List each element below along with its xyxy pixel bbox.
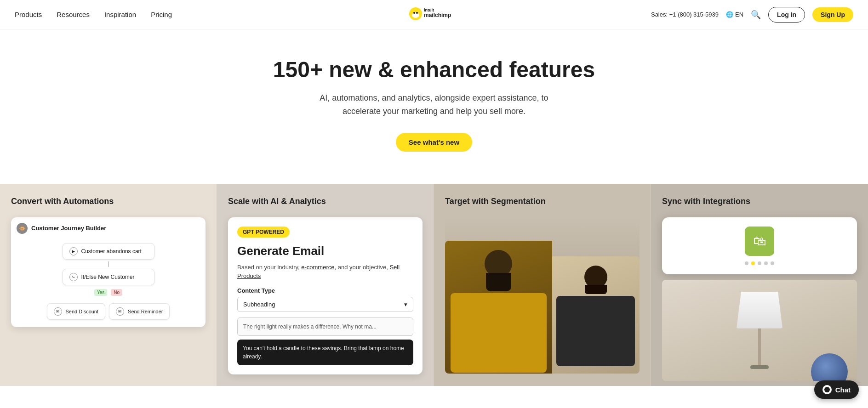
search-icon[interactable]: 🔍 <box>751 10 761 20</box>
hero-description: AI, automations, and analytics, alongsid… <box>305 91 563 118</box>
dot-5 <box>771 261 774 265</box>
email-gen-title: Generate Email <box>237 244 413 258</box>
site-logo[interactable]: intuit mailchimp <box>406 5 462 25</box>
candle-savings-card: You can't hold a candle to these savings… <box>237 340 413 365</box>
jb-header: 🐵 Customer Journey Builder <box>17 223 200 234</box>
jb-no-badge: No <box>111 289 122 296</box>
dot-1 <box>745 261 748 265</box>
language-selector[interactable]: 🌐 EN <box>726 11 743 18</box>
nav-resources[interactable]: Resources <box>57 11 90 18</box>
email-gen-widget: GPT POWERED Generate Email Based on your… <box>228 217 423 374</box>
automations-title: Convert with Automations <box>11 197 206 206</box>
integrations-card: Sync with Integrations 🛍 <box>651 184 868 386</box>
ecommerce-link[interactable]: e-commerce <box>301 264 334 271</box>
jb-branch: Yes No <box>94 289 122 296</box>
jb-node-reminder: ✉ Send Reminder <box>109 303 170 320</box>
signup-button[interactable]: Sign Up <box>812 7 853 22</box>
ai-card: Scale with AI & Analytics GPT POWERED Ge… <box>217 184 434 386</box>
ai-title: Scale with AI & Analytics <box>228 197 423 206</box>
login-button[interactable]: Log In <box>768 7 805 23</box>
jb-yes-badge: Yes <box>94 289 107 296</box>
jb-play-icon: ▶ <box>69 247 78 255</box>
jb-ifelse-label: If/Else New Customer <box>81 274 135 280</box>
jb-connector-1 <box>108 261 109 267</box>
chevron-down-icon: ▾ <box>404 301 407 308</box>
preview-text: The right light really makes a differenc… <box>237 317 413 336</box>
jb-title-label: Customer Journey Builder <box>31 225 106 232</box>
lamp-shade <box>737 292 782 329</box>
jb-cart-label: Customer abandons cart <box>81 248 142 255</box>
globe-icon: 🌐 <box>726 11 733 18</box>
chat-bubble-icon <box>822 385 832 386</box>
svg-text:mailchimp: mailchimp <box>424 12 451 18</box>
gpt-badge: GPT POWERED <box>237 227 290 238</box>
lamp-image <box>662 280 857 381</box>
content-type-value: Subheading <box>243 301 275 308</box>
gen-desc-prefix: Based on your industry, <box>237 264 301 271</box>
jb-node-cart: ▶ Customer abandons cart <box>63 243 154 260</box>
svg-point-2 <box>413 12 415 14</box>
navigation: Products Resources Inspiration Pricing i… <box>0 0 868 29</box>
dot-3 <box>758 261 761 265</box>
content-type-label: Content Type <box>237 287 413 294</box>
jb-avatar-icon: 🐵 <box>17 223 28 234</box>
sales-number: Sales: +1 (800) 315-5939 <box>651 11 719 18</box>
nav-right: Sales: +1 (800) 315-5939 🌐 EN 🔍 Log In S… <box>651 7 853 23</box>
see-whats-new-button[interactable]: See what's new <box>396 133 472 152</box>
nav-products[interactable]: Products <box>15 11 42 18</box>
jb-send-row: ✉ Send Discount ✉ Send Reminder <box>47 301 170 322</box>
jb-nodes: ▶ Customer abandons cart ⤷ If/Else New C… <box>17 241 200 322</box>
segmentation-title: Target with Segmentation <box>445 197 640 206</box>
svg-point-1 <box>412 12 419 18</box>
lang-label: EN <box>735 11 743 18</box>
nav-left: Products Resources Inspiration Pricing <box>15 11 172 18</box>
lamp-pole <box>758 329 761 365</box>
email-gen-desc: Based on your industry, e-commerce, and … <box>237 263 413 281</box>
lamp-shape <box>737 292 782 369</box>
features-section: Convert with Automations 🐵 Customer Jour… <box>0 184 868 386</box>
jb-email-icon: ✉ <box>54 307 62 316</box>
nav-pricing[interactable]: Pricing <box>151 11 172 18</box>
shopify-dots <box>745 261 774 265</box>
hero-section: 150+ new & enhanced features AI, automat… <box>0 29 868 184</box>
dot-4 <box>764 261 768 265</box>
blue-sphere <box>811 353 848 381</box>
lamp-base-piece <box>750 365 769 369</box>
segmentation-image <box>445 217 640 374</box>
gen-desc-mid: , and your objective, <box>334 264 389 271</box>
nav-inspiration[interactable]: Inspiration <box>104 11 136 18</box>
shopify-widget: 🛍 <box>662 217 857 274</box>
candle-text: You can't hold a candle to these savings… <box>243 344 408 361</box>
integrations-title: Sync with Integrations <box>662 197 857 206</box>
journey-builder-widget: 🐵 Customer Journey Builder ▶ Customer ab… <box>11 217 206 327</box>
content-type-select[interactable]: Subheading ▾ <box>237 297 413 312</box>
jb-reminder-icon: ✉ <box>116 307 124 316</box>
hero-title: 150+ new & enhanced features <box>11 57 857 82</box>
svg-point-3 <box>416 12 418 14</box>
chat-button[interactable]: Chat <box>814 380 859 386</box>
jb-ifelse-icon: ⤷ <box>69 273 78 281</box>
jb-node-ifelse: ⤷ If/Else New Customer <box>63 269 154 285</box>
jb-discount-label: Send Discount <box>66 309 99 314</box>
shopify-icon: 🛍 <box>745 227 774 256</box>
jb-reminder-label: Send Reminder <box>128 309 163 314</box>
shopify-bag-icon: 🛍 <box>753 233 766 249</box>
automations-card: Convert with Automations 🐵 Customer Jour… <box>0 184 217 386</box>
segmentation-card: Target with Segmentation <box>434 184 651 386</box>
jb-node-discount: ✉ Send Discount <box>47 303 106 320</box>
dot-2-active <box>751 261 755 265</box>
